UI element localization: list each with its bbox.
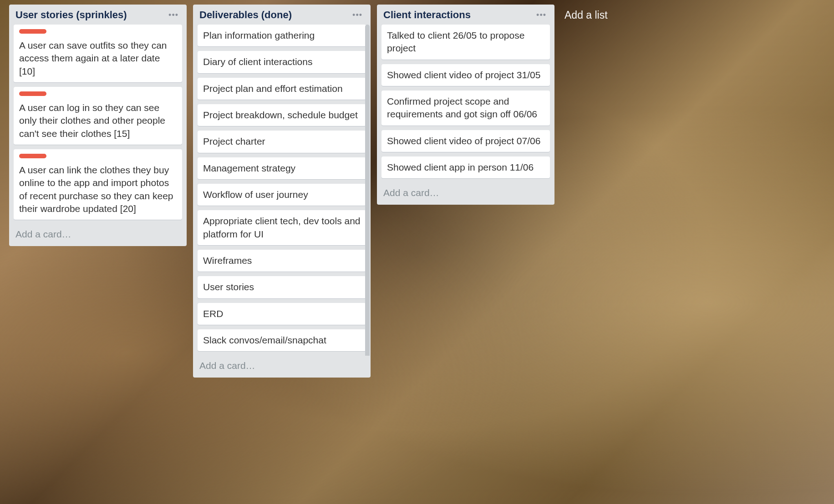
card[interactable]: Showed client video of project 31/05 [381,64,550,86]
card[interactable]: Wireframes [198,250,366,272]
card-title: Showed client video of project 31/05 [387,69,544,81]
card-title: Talked to client 26/05 to propose projec… [387,29,544,55]
card-title: User stories [203,281,361,293]
card[interactable]: User stories [198,276,366,298]
card-title: Plan information gathering [203,29,361,42]
card-title: A user can save outfits so they can acce… [19,39,177,78]
add-card-button[interactable]: Add a card… [193,356,371,378]
card-title: Management strategy [203,162,361,175]
card-title: Showed client video of project 07/06 [387,135,544,147]
card[interactable]: Showed client app in person 11/06 [381,156,550,178]
list-header: Client interactions ••• [377,5,554,25]
card[interactable]: A user can save outfits so they can acce… [14,25,182,82]
card-title: Wireframes [203,254,361,267]
list-header: User stories (sprinkles) ••• [9,5,187,25]
card-title: A user can link the clothes they buy onl… [19,164,177,215]
card-label-red[interactable] [19,29,46,34]
card[interactable]: Management strategy [198,157,366,179]
add-card-button[interactable]: Add a card… [9,224,187,246]
list-title[interactable]: Deliverables (done) [199,9,292,21]
card-title: Diary of client interactions [203,55,361,68]
card-title: Showed client app in person 11/06 [387,161,544,174]
card[interactable]: Diary of client interactions [198,51,366,73]
card[interactable]: Appropriate client tech, dev tools and p… [198,210,366,245]
card[interactable]: Project breakdown, schedule budget [198,104,366,126]
card-title: Workflow of user journey [203,188,361,201]
card-title: Project plan and effort estimation [203,82,361,95]
list-deliverables: Deliverables (done) ••• Plan information… [193,5,371,378]
cards-container: A user can save outfits so they can acce… [9,25,187,224]
card[interactable]: Talked to client 26/05 to propose projec… [381,25,550,60]
card[interactable]: A user can log in so they can see only t… [14,87,182,145]
card[interactable]: Showed client video of project 07/06 [381,130,550,152]
card[interactable]: Slack convos/email/snapchat [198,329,366,351]
card[interactable]: Project charter [198,131,366,152]
card-title: Appropriate client tech, dev tools and p… [203,215,361,241]
add-card-button[interactable]: Add a card… [377,183,554,205]
card-title: Project breakdown, schedule budget [203,109,361,121]
card[interactable]: Plan information gathering [198,25,366,46]
list-header: Deliverables (done) ••• [193,5,371,25]
list-menu-icon[interactable]: ••• [167,10,180,20]
card-title: Confirmed project scope and requirements… [387,95,544,121]
cards-container: Talked to client 26/05 to propose projec… [377,25,554,183]
list-title[interactable]: Client interactions [383,9,471,21]
card[interactable]: A user can link the clothes they buy onl… [14,149,182,220]
cards-container: Plan information gathering Diary of clie… [193,25,371,356]
card-title: ERD [203,307,361,320]
card-title: A user can log in so they can see only t… [19,101,177,140]
board: User stories (sprinkles) ••• A user can … [9,5,825,378]
list-client-interactions: Client interactions ••• Talked to client… [377,5,554,205]
card[interactable]: ERD [198,303,366,325]
card-label-red[interactable] [19,91,46,96]
card[interactable]: Confirmed project scope and requirements… [381,91,550,126]
list-title[interactable]: User stories (sprinkles) [15,9,127,21]
card-title: Project charter [203,135,361,148]
list-user-stories: User stories (sprinkles) ••• A user can … [9,5,187,246]
card[interactable]: Project plan and effort estimation [198,78,366,100]
card[interactable]: Workflow of user journey [198,184,366,206]
list-menu-icon[interactable]: ••• [534,10,548,20]
add-list-button[interactable]: Add a list [561,5,611,26]
list-menu-icon[interactable]: ••• [351,10,364,20]
card-title: Slack convos/email/snapchat [203,334,361,347]
card-label-red[interactable] [19,154,46,158]
